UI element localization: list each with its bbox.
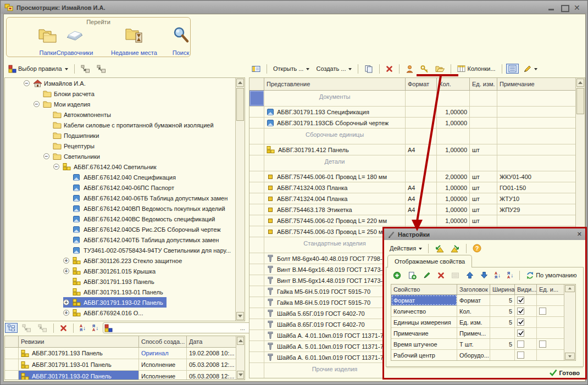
maximize-button[interactable] [561,4,568,11]
folder-open-button[interactable] [433,64,447,74]
done-button[interactable]: Готово [549,369,580,376]
tree-item[interactable]: −Измайлов И.А. [5,78,235,88]
tab-displayed-properties[interactable]: Отображаемые свойства [387,255,472,267]
move-into-group-button[interactable] [79,64,92,74]
collapse-icon[interactable]: − [43,153,49,159]
property-row[interactable]: КоличествоКол.5 [391,306,564,317]
table-row[interactable]: АБВГ.741324.004 ПланкаА41,00000штЖТУ10 [249,193,576,204]
tree-item[interactable]: АБВГ.676142.040-06ТБ Таблица допустимых … [5,193,235,203]
load-settings-button[interactable] [432,243,446,254]
scroll-down-button[interactable] [237,371,244,379]
revisions-column-header[interactable]: Способ созда... [139,336,187,348]
row-selector-cell[interactable] [249,171,264,182]
open-card-button[interactable] [249,64,263,74]
scroll-down-button[interactable] [236,312,244,320]
reset-default-button[interactable]: По умолчанию [524,270,579,281]
property-row[interactable]: Единицы измеренияЕд. изм.5 [391,317,564,328]
checkbox[interactable] [517,297,524,304]
actions-button[interactable]: Действия [387,244,424,253]
filter-input[interactable]: ... ✕ [103,322,258,333]
close-button[interactable]: ✕ [574,4,581,11]
sort-ascending-button[interactable]: АЯ↓ [492,270,503,280]
row-selector-cell[interactable] [249,319,264,330]
scroll-thumb[interactable] [236,88,244,121]
scroll-up-button[interactable] [576,79,584,87]
row-selector-cell[interactable] [249,352,264,362]
property-row[interactable]: Рабочий центрОборудо... [391,350,564,361]
scroll-up-button[interactable] [236,79,244,87]
checkbox[interactable] [539,308,546,315]
properties-table[interactable]: СвойствоЗаголовокШиринаВиди...Ед. и...Фо… [391,284,576,361]
ribbon-item-1[interactable]: Справочники [53,26,97,56]
tree-item[interactable]: +АБВГ.301261.015 Крышка [5,266,235,276]
row-selector-cell[interactable] [249,341,264,351]
ribbon-item-2[interactable]: Недавние места [103,26,165,56]
checkbox[interactable] [517,330,524,337]
expand-icon[interactable]: + [63,310,69,316]
row-selector-cell[interactable] [249,193,264,204]
tree-item[interactable]: АБВГ.676142.040 Спецификация [5,172,235,182]
revision-row[interactable]: АБВГ.301791.193-02 ПанельИсполнение05.03… [5,371,237,380]
filter-more-button[interactable]: ... [238,325,247,331]
tree-item[interactable]: +АБВГ.301126.223 Стекло защитное [5,255,235,266]
row-selector-cell[interactable] [249,297,264,308]
tree-item[interactable]: АБВГ.676142.040ВП Ведомость покупных изд… [5,203,235,214]
scroll-thumb[interactable] [576,88,584,114]
edit-dropdown-button[interactable] [521,64,540,74]
table-row[interactable]: АБВГ.754463.178 ЭтикеткаА41,00000штЖПУ29 [249,204,576,215]
main-column-header[interactable]: Кол. [437,78,470,91]
columns-button[interactable]: Колонки... [455,64,497,74]
create-button[interactable]: Создать ... [314,64,354,73]
table-row[interactable]: АБВГ.741324.003 ПланкаА41,00000штГО01-15… [249,182,576,193]
row-selector-cell[interactable] [249,275,264,286]
scroll-down-button[interactable] [565,353,575,360]
revision-row[interactable]: АБВГ.301791.193 ПанельОригинал19.02.2008… [5,348,237,359]
row-selector-cell[interactable] [249,144,264,155]
tree-item[interactable]: АБВГ.301791.193 Панель [5,276,235,287]
group-row[interactable]: Детали [249,155,576,171]
tree-item[interactable]: +АБВГ.676924.016 О... [5,308,235,318]
tree-item[interactable]: Блоки расчета [5,88,235,99]
tree-item[interactable]: Автокомпоненты [5,109,235,120]
tree-item[interactable]: АБВГ.676142.040ВС Ведомость спецификаций [5,214,235,224]
rule-select-button[interactable]: Выбор правила [6,64,70,74]
properties-scrollbar[interactable] [564,284,575,360]
open-button[interactable]: Открыть ... [271,64,312,73]
tree-scrollbar[interactable] [235,78,245,321]
revision-method[interactable]: Оригинал [139,348,187,359]
move-into-group-button-2[interactable] [20,323,34,333]
add-copy-button[interactable] [406,270,419,281]
user-button[interactable] [403,64,416,74]
sort-ascending-button[interactable]: АЯ↓ [77,323,88,333]
row-selector-cell[interactable] [249,264,264,275]
table-row[interactable]: АБВГ.301791.412 ПанельА41,00000шт [249,144,576,155]
row-selector-cell[interactable] [249,182,264,193]
product-tree[interactable]: −Измайлов И.А.Блоки расчета−Мои изделияА… [4,77,245,321]
row-selector-cell[interactable] [249,308,264,319]
revisions-column-header[interactable]: Дата [187,336,237,348]
table-row[interactable]: АБВГ.301791.193 Спецификация1,00000 [249,107,576,118]
minimize-button[interactable] [547,4,555,11]
ribbon-item-3[interactable]: Поиск [165,26,197,56]
expand-icon[interactable]: + [63,268,69,274]
hierarchy-view-button[interactable] [5,323,18,333]
main-column-header[interactable]: Примечание [497,78,576,91]
checkbox[interactable] [517,351,524,359]
tree-item[interactable]: Кабели силовые с пропитанной бумажной из… [5,120,235,130]
expand-icon[interactable]: + [63,258,69,264]
scroll-up-button[interactable] [237,337,244,345]
properties-column-header[interactable]: Ширина [490,284,515,295]
row-selector-cell[interactable] [249,91,264,106]
row-selector-cell[interactable] [249,215,264,226]
key-button[interactable] [418,64,431,74]
tree-item[interactable]: ТУ3461-002-05758434-94ТУ Светильники для… [5,245,235,255]
checkbox[interactable] [517,341,524,348]
row-selector-cell[interactable] [249,253,264,264]
row-selector-cell[interactable] [249,155,264,171]
property-row[interactable]: ПримечаниеПримеч... [391,328,564,339]
row-selector-cell[interactable] [249,204,264,215]
sort-descending-button[interactable]: ЯА↓ [90,323,101,333]
group-row[interactable]: Сборочные единицы [249,129,576,144]
table-row[interactable]: АБВГ.757445.006-02 Провод L= 220 мм1,000… [249,215,576,226]
move-out-of-group-button[interactable] [95,64,108,74]
